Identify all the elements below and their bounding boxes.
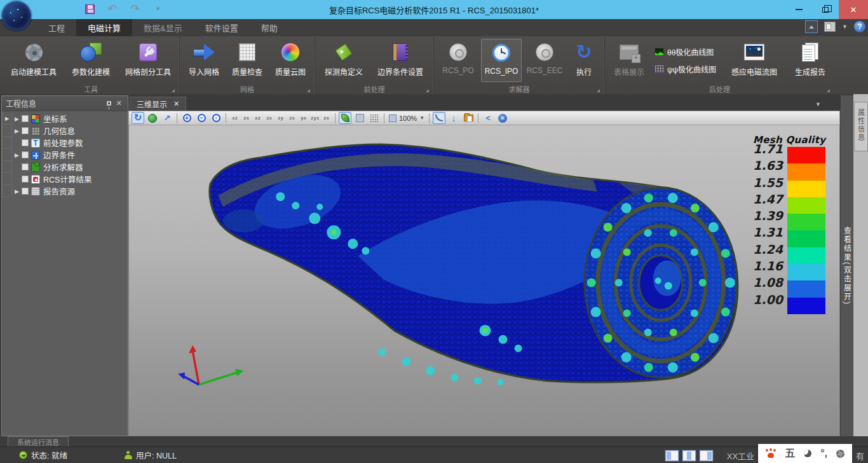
axis-view-button-zx[interactable]: zx bbox=[321, 113, 332, 123]
tab-list-caret-icon[interactable]: ▼ bbox=[815, 101, 821, 107]
group-expand-icon[interactable] bbox=[172, 89, 175, 92]
induced-em-current-map-button[interactable]: 感应电磁流图 bbox=[721, 39, 787, 82]
quality-check-button[interactable]: 质量检查 bbox=[227, 39, 268, 82]
close-icon[interactable]: ✕ bbox=[173, 100, 179, 108]
axis-view-button-zy[interactable]: zy bbox=[275, 113, 286, 123]
help-button[interactable]: ? bbox=[854, 21, 865, 32]
tree-row-analysis-solver[interactable]: 分析求解器 bbox=[2, 161, 128, 173]
zoom-in-button[interactable]: + bbox=[180, 112, 193, 124]
generate-report-button[interactable]: 生成报告 bbox=[790, 39, 831, 82]
snapshot-folder-button[interactable] bbox=[462, 112, 475, 124]
solver-rcs-eec-button[interactable]: RCS_EEC bbox=[524, 39, 565, 82]
group-expand-icon[interactable] bbox=[307, 89, 310, 92]
legend-color-band bbox=[787, 181, 825, 197]
chevron-down-icon[interactable]: ▼ bbox=[842, 24, 848, 30]
ime-punctuation-button[interactable]: °, bbox=[820, 448, 827, 459]
import-view-button[interactable]: ↓ bbox=[447, 112, 460, 124]
group-expand-icon[interactable] bbox=[426, 89, 429, 92]
app-logo[interactable] bbox=[2, 1, 31, 31]
tab-software-settings[interactable]: 软件设置 bbox=[194, 19, 250, 36]
clear-view-button[interactable]: ✕ bbox=[496, 112, 509, 124]
3d-viewport[interactable]: Mesh Quality 1.711.631.551.471.391.311.2… bbox=[128, 125, 840, 436]
axis-view-button-xz[interactable]: xz bbox=[252, 113, 263, 123]
launch-modeling-tool-button[interactable]: 启动建模工具 bbox=[6, 39, 61, 82]
collapse-ribbon-button[interactable] bbox=[805, 20, 818, 33]
smooth-shading-button[interactable] bbox=[339, 112, 351, 124]
tab-help[interactable]: 帮助 bbox=[250, 19, 289, 36]
axis-view-button-zx[interactable]: zx bbox=[287, 113, 297, 123]
panel-close-button[interactable]: ✕ bbox=[114, 99, 124, 109]
pan-button[interactable]: ↗ bbox=[161, 112, 173, 124]
axis-view-button-zx[interactable]: zx bbox=[241, 113, 252, 123]
view-results-strip[interactable]: 查看结果(双击展开) bbox=[840, 95, 853, 436]
points-display-button[interactable] bbox=[368, 112, 381, 124]
ime-paw-icon[interactable] bbox=[766, 449, 776, 458]
solver-rcs-ipo-button[interactable]: RCS_IPO bbox=[481, 39, 522, 82]
ime-wubi-button[interactable]: 五 bbox=[785, 448, 795, 459]
expander-icon[interactable]: ▶ bbox=[12, 128, 22, 134]
legend-color-band bbox=[787, 197, 825, 214]
probe-angle-define-button[interactable]: 探测角定义 bbox=[319, 39, 369, 82]
mesh-partition-tool-button[interactable]: 网格剖分工具 bbox=[121, 39, 175, 82]
checkbox[interactable] bbox=[22, 151, 29, 158]
restore-button[interactable] bbox=[812, 0, 839, 19]
share-button[interactable]: < bbox=[482, 112, 494, 124]
import-mesh-button[interactable]: 导入网格 bbox=[184, 39, 224, 82]
expander-icon[interactable]: ▶ bbox=[12, 116, 22, 122]
table-display-button[interactable]: 表格展示 bbox=[609, 39, 649, 82]
axis-view-button-xz[interactable]: xz bbox=[229, 113, 240, 123]
minimize-button[interactable] bbox=[785, 0, 812, 19]
psi-polarization-curve-button[interactable]: ψψ极化曲线图 bbox=[652, 60, 719, 78]
expander-icon[interactable]: ▶ bbox=[12, 152, 22, 158]
checkbox[interactable] bbox=[22, 163, 29, 170]
legend-value: 1.00 bbox=[753, 291, 785, 308]
moon-icon[interactable] bbox=[804, 450, 811, 457]
rotate-view-button[interactable]: ↻ bbox=[132, 112, 144, 124]
tab-em-compute[interactable]: 电磁计算 bbox=[76, 19, 132, 36]
tab-data-display[interactable]: 数据&显示 bbox=[132, 19, 194, 36]
checkbox[interactable] bbox=[22, 188, 29, 195]
checkbox[interactable] bbox=[22, 139, 29, 146]
tree-row-boundary-conditions[interactable]: ▶ 边界条件 bbox=[2, 149, 128, 161]
execute-button[interactable]: ↻ 执行 bbox=[567, 39, 600, 82]
tree-row-rcs-results[interactable]: RCS计算结果 bbox=[2, 173, 128, 185]
tab-system-messages[interactable]: 系统运行消息 bbox=[8, 436, 69, 446]
orbit-button[interactable] bbox=[146, 112, 159, 124]
flat-shading-button[interactable] bbox=[353, 112, 366, 124]
tree-row-geometry-info[interactable]: ▶ 几何信息 bbox=[2, 125, 128, 137]
report-document-icon bbox=[802, 43, 818, 62]
pin-button[interactable] bbox=[104, 99, 114, 109]
group-expand-icon[interactable] bbox=[827, 89, 830, 92]
theta-polarization-curve-button[interactable]: θθ极化曲线图 bbox=[652, 43, 719, 60]
group-expand-icon[interactable] bbox=[597, 89, 600, 92]
tab-property-info[interactable]: 属性信息 bbox=[854, 102, 868, 151]
close-button[interactable]: ✕ bbox=[839, 0, 868, 19]
zoom-out-button[interactable]: − bbox=[195, 112, 208, 124]
layout-right-button[interactable] bbox=[700, 450, 713, 461]
rainbow-sphere-icon bbox=[281, 43, 299, 61]
zoom-window-button[interactable]: ▫ bbox=[210, 112, 222, 124]
tree-row-coordinate-system[interactable]: ▶ ▶ 坐标系 bbox=[2, 113, 128, 125]
zoom-level-dropdown[interactable]: 100% ▼ bbox=[388, 114, 426, 122]
expander-icon[interactable]: ▶ bbox=[12, 188, 22, 195]
quality-cloud-map-button[interactable]: 质量云图 bbox=[270, 39, 311, 82]
parametric-modeling-button[interactable]: 参数化建模 bbox=[64, 39, 118, 82]
layout-center-button[interactable] bbox=[682, 450, 696, 461]
axis-view-button-yx[interactable]: yx bbox=[298, 113, 309, 123]
checkbox[interactable] bbox=[22, 127, 29, 134]
gear-icon[interactable] bbox=[836, 450, 844, 458]
display-mode-icon[interactable] bbox=[824, 22, 836, 32]
tree-row-preprocess-params[interactable]: T 前处理参数 bbox=[2, 137, 128, 149]
tab-3d-display[interactable]: 三维显示 ✕ bbox=[130, 97, 186, 111]
legend-color-band bbox=[787, 280, 825, 297]
tab-project[interactable]: 工程 bbox=[37, 19, 76, 36]
solver-rcs-po-button[interactable]: RCS_PO bbox=[438, 39, 478, 82]
checkbox[interactable] bbox=[22, 115, 29, 122]
axis-view-button-zyx[interactable]: zyx bbox=[309, 113, 320, 123]
axis-view-button-zx[interactable]: zx bbox=[264, 113, 275, 123]
boundary-condition-settings-button[interactable]: 边界条件设置 bbox=[371, 39, 430, 82]
tree-row-report-resources[interactable]: ▶ 报告资源 bbox=[2, 185, 128, 197]
curve-display-button[interactable] bbox=[433, 112, 445, 124]
layout-left-button[interactable] bbox=[665, 450, 679, 461]
checkbox[interactable] bbox=[22, 176, 29, 183]
